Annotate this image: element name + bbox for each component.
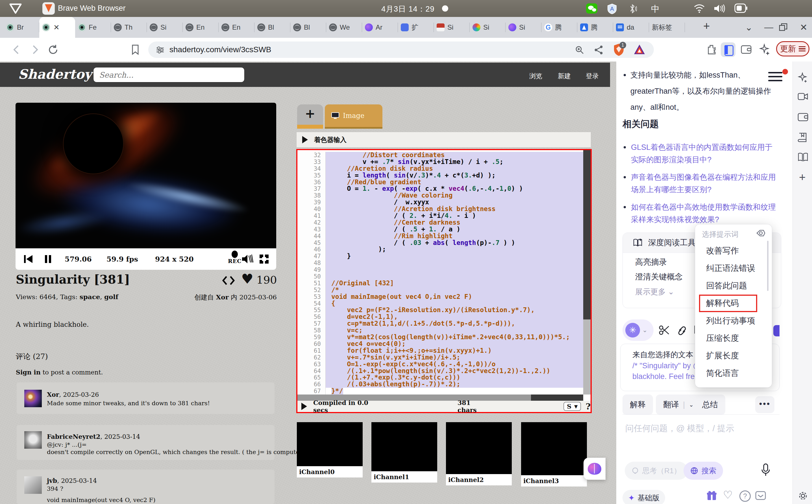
browser-tab[interactable]: Si <box>505 17 541 38</box>
browser-tab[interactable]: Bl <box>290 17 326 38</box>
tag-golf[interactable]: golf <box>104 293 118 301</box>
close-tab-icon[interactable]: ✕ <box>53 23 60 32</box>
wallet-strip-icon[interactable] <box>798 112 808 122</box>
inbox-mail-icon[interactable] <box>755 491 766 500</box>
code-line[interactable]: 45 / ( .03 + abs( length(p)-.7 ) ) <box>297 240 583 246</box>
add-panel-icon[interactable]: + <box>799 171 806 184</box>
ichannel1-slot[interactable]: iChannel1 <box>371 422 437 483</box>
code-line[interactable]: 65 /(1.+7.*exp(.3*c.y-dot(c,c))) <box>297 374 583 381</box>
browser-tab[interactable]: Si <box>434 17 470 38</box>
code-line[interactable]: 62 v+=.7*sin(v.yx*i+iTime)/i+.5; <box>297 354 583 361</box>
system-clock[interactable]: 4月3日 14：29 <box>381 4 435 14</box>
prompt-item[interactable]: 列出行动事项 <box>695 312 772 329</box>
ichannel3-slot[interactable]: iChannel3 <box>521 422 587 487</box>
code-line[interactable]: 49 <box>297 266 583 273</box>
code-line[interactable]: 63 O=1.-exp(-exp(c.x*vec4(.6,-.4,-1,0))/… <box>297 361 583 368</box>
sidebar-toggle-icon[interactable] <box>721 42 736 57</box>
code-line[interactable]: 34 //Acretion disk radius <box>297 165 583 172</box>
code-line[interactable]: 47 } <box>297 253 583 260</box>
compile-play-icon[interactable] <box>301 403 307 410</box>
bluetooth-icon[interactable] <box>629 3 637 14</box>
code-line[interactable]: 39 / w.xyyx <box>297 199 583 206</box>
code-line[interactable]: 57 c=p*mat2(1,1,d/(.1+5./dot(5.*p-d,5.*p… <box>297 320 583 327</box>
code-line[interactable]: 46 ); <box>297 246 583 253</box>
code-line[interactable]: 32 //Distort coordinates <box>297 152 583 159</box>
browser-tab[interactable]: 新标签 <box>649 17 685 38</box>
embed-code-icon[interactable] <box>222 275 235 286</box>
extensions-puzzle-icon[interactable] <box>706 44 717 55</box>
code-line[interactable]: 48 <box>297 260 583 266</box>
more-actions-button[interactable]: ••• <box>755 396 774 413</box>
brave-shield-icon[interactable]: 1 <box>613 43 625 56</box>
volume-icon[interactable] <box>713 3 725 14</box>
code-line[interactable]: 61 for(float i;i++<9.;o+=sin(v.xyyx)+1.) <box>297 347 583 354</box>
share-icon[interactable] <box>594 45 603 55</box>
favorite-heart-icon[interactable]: ♡ <box>723 489 733 501</box>
shader-canvas[interactable] <box>16 103 276 248</box>
address-bar[interactable]: shadertoy.com/view/3csSWB 1 <box>148 41 654 58</box>
code-line[interactable]: 55 vec2 p=(F*2.-iResolution.xy)/(iResolu… <box>297 307 583 314</box>
code-editor[interactable]: 32 //Distort coordinates33 v += .7* sin(… <box>296 149 592 413</box>
browser-tab-active[interactable]: ✕ <box>39 17 75 38</box>
ai-model-button[interactable]: ✳ ⌄ <box>623 319 654 341</box>
reload-icon[interactable] <box>47 44 59 55</box>
leo-sparkle-icon[interactable] <box>798 72 808 84</box>
reading-list-icon[interactable] <box>798 152 808 162</box>
nav-browse[interactable]: 浏览 <box>529 72 542 80</box>
minimize-button[interactable]: — <box>764 22 773 32</box>
wifi-icon[interactable] <box>693 3 705 13</box>
code-line[interactable]: 40 //Acretion disk brightness <box>297 206 583 212</box>
prompt-item-highlighted[interactable]: 解释代码 <box>695 294 772 312</box>
video-call-icon[interactable] <box>798 92 808 101</box>
avatar[interactable] <box>24 431 42 449</box>
ask-input-placeholder[interactable]: 问任何问题，@ 模型，/ 提示 <box>625 423 734 434</box>
related-question-link[interactable]: GLSL着色器语言中的内置函数如何应用于实际的图形渲染项目中? <box>623 141 776 166</box>
related-question-link[interactable]: 声音着色器与图像着色器在编程方法和应用场景上有哪些主要区别? <box>623 171 776 196</box>
fullscreen-button[interactable] <box>259 254 269 264</box>
code-line[interactable]: 33 v += .7* sin(v.yx*i+iTime) / i + .5; <box>297 159 583 165</box>
link-icon[interactable] <box>676 325 688 336</box>
wechat-icon[interactable] <box>586 3 597 14</box>
translate-button[interactable]: 翻译|⌄ <box>656 395 701 415</box>
editor-vertical-scrollbar[interactable] <box>583 150 590 395</box>
url-text[interactable]: shadertoy.com/view/3csSWB <box>169 45 272 54</box>
like-heart-icon[interactable]: ♥ <box>241 271 253 287</box>
panel-menu-button[interactable] <box>766 69 785 88</box>
code-line[interactable]: 44 //Rim highlight <box>297 233 583 240</box>
prompt-item[interactable]: 简化语言 <box>695 364 772 382</box>
browser-tab[interactable]: We <box>326 17 362 38</box>
image-pass-tab[interactable]: Image <box>325 104 382 129</box>
comment-author[interactable]: Xor <box>47 391 59 398</box>
plan-badge[interactable]: ✦ 基础版 <box>623 490 665 504</box>
system-logo-icon[interactable] <box>9 3 22 14</box>
code-line[interactable]: 38 //Wave coloring <box>297 192 583 199</box>
summarize-button[interactable]: 总结 <box>695 395 725 415</box>
microphone-icon[interactable] <box>761 463 771 476</box>
code-line[interactable]: 67}*/ <box>297 388 583 395</box>
comment-author[interactable]: jvb <box>47 477 57 484</box>
avatar[interactable] <box>24 390 42 407</box>
browser-tab[interactable]: G腾 <box>541 17 577 38</box>
sider-floating-button[interactable] <box>583 458 605 480</box>
browser-tab[interactable]: Th <box>111 17 147 38</box>
bat-rewards-icon[interactable] <box>634 44 646 55</box>
help-button[interactable]: ? <box>585 402 590 411</box>
bookmark-book-icon[interactable] <box>798 132 808 143</box>
browser-tab[interactable]: Ar <box>362 17 398 38</box>
explain-button[interactable]: 解释 <box>623 395 653 415</box>
wallet-icon[interactable] <box>741 44 752 55</box>
add-render-pass-tab[interactable]: + <box>297 104 323 125</box>
forward-icon[interactable] <box>30 44 40 55</box>
browser-tab[interactable]: Br <box>3 17 39 38</box>
help-icon[interactable]: ? <box>739 490 751 502</box>
nav-signin[interactable]: 登录 <box>586 72 599 80</box>
code-line[interactable]: 56 d=vec2(-1,1), <box>297 314 583 320</box>
browser-tab[interactable]: Fe <box>75 17 111 38</box>
think-mode-pill[interactable]: 思考（R1） <box>625 462 688 480</box>
code-line[interactable]: 50 <box>297 273 583 280</box>
search-box[interactable] <box>93 67 245 82</box>
code-line[interactable]: 37 O = 1. - exp( -exp( c.x * vec4(.6,-.4… <box>297 185 583 192</box>
restore-window-button[interactable] <box>779 23 787 32</box>
code-line[interactable]: 64 /(.1+.1*pow(length(sin(v/.3)*.2+c*vec… <box>297 368 583 374</box>
battery-icon[interactable] <box>734 3 748 13</box>
